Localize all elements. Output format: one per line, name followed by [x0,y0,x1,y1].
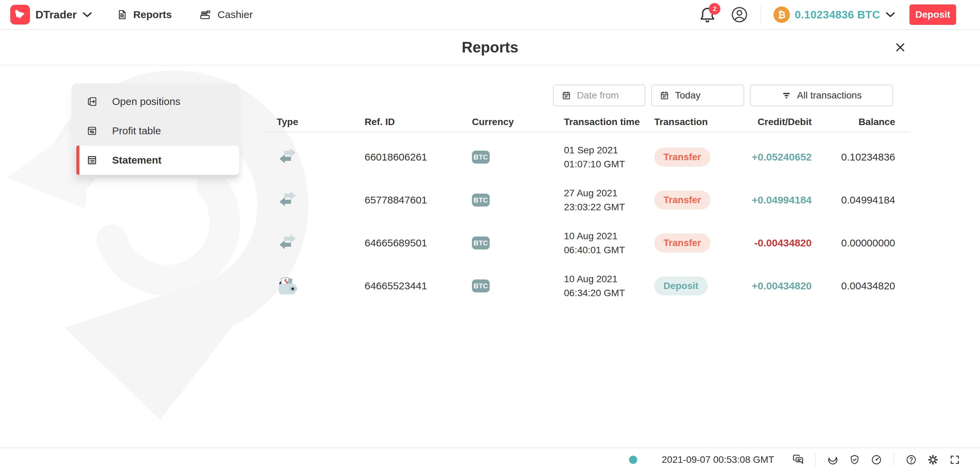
transaction-badge: Transfer [654,234,711,253]
sidebar-item-statement[interactable]: Statement [76,146,239,175]
reports-sidebar: Open positions Profit table [72,83,239,178]
settings-gear-icon[interactable] [927,453,939,466]
currency-badge: BTC [472,280,490,293]
balance: 0.00000000 [812,237,895,249]
deposit-button[interactable]: Deposit [910,5,956,25]
credit-debit: +0.04994184 [722,194,812,206]
transaction-clock: 01:07:10 GMT [564,157,654,171]
page-title: Reports [462,39,518,56]
transaction-time: 01 Sep 2021 01:07:10 GMT [564,143,654,171]
transaction-badge: Deposit [654,276,708,296]
fullscreen-icon[interactable] [949,453,961,466]
header-nav: Reports Cashier [116,8,253,21]
date-to-value: Today [675,90,701,101]
chevron-down-icon [82,11,92,18]
statement-table: Type Ref. ID Currency Transaction time T… [262,113,910,307]
calendar-icon [659,90,670,100]
credit-debit: +0.00434820 [722,280,812,292]
tab-label: Reports [133,9,172,21]
transaction-clock: 06:40:01 GMT [564,243,654,257]
sidebar-item-label: Statement [112,154,162,166]
currency-cell: BTC [472,280,564,293]
statement-filters: Date from Today [553,84,893,106]
transaction-time: 10 Aug 2021 06:40:01 GMT [564,229,654,257]
sidebar-item-open-positions[interactable]: Open positions [72,87,239,116]
table-row: 65778847601 BTC 27 Aug 2021 23:03:22 GMT… [262,178,910,221]
sidebar-item-label: Open positions [112,96,180,107]
column-header: Transaction [654,116,722,127]
table-header: Type Ref. ID Currency Transaction time T… [262,113,910,132]
help-icon[interactable] [905,453,917,466]
column-header: Transaction time [564,116,654,127]
type-cell [262,190,364,210]
account-settings-button[interactable] [730,6,748,24]
transaction-badge: Transfer [654,148,711,167]
bitcoin-icon: ₿ [773,6,790,23]
ref-id: 64665689501 [364,237,472,249]
performance-gauge-icon[interactable] [870,453,883,466]
currency-cell: BTC [472,237,564,250]
transaction-cell: Transfer [654,148,722,167]
balance: 0.10234836 [812,151,895,163]
transaction-cell: Transfer [654,191,722,210]
notifications-button[interactable]: 2 [698,5,718,24]
ref-id: 65778847601 [364,194,472,206]
reports-title-bar: Reports [0,30,980,65]
tab-label: Cashier [217,9,253,21]
chat-icon[interactable] [792,453,804,466]
cashier-icon [199,8,212,21]
transaction-date: 27 Aug 2021 [564,186,654,200]
status-bar-icons [792,453,961,466]
transaction-type-value: All transactions [797,90,862,101]
table-row: 66018606261 BTC 01 Sep 2021 01:07:10 GMT… [262,136,910,178]
credit-debit: -0.00434820 [722,237,812,249]
sidebar-item-profit-table[interactable]: Profit table [72,116,239,146]
currency-badge: BTC [472,237,490,250]
security-shield-icon[interactable] [848,453,861,466]
ref-id: 66018606261 [364,151,472,163]
transaction-date: 10 Aug 2021 [564,229,654,243]
reports-doc-icon [116,8,128,21]
transaction-time: 27 Aug 2021 23:03:22 GMT [564,186,654,214]
close-icon[interactable] [893,40,908,55]
transaction-cell: Deposit [654,276,722,296]
column-header: Credit/Debit [722,116,812,127]
notification-count-badge: 2 [709,3,720,15]
chevron-down-icon [885,11,896,18]
server-time: 2021-09-07 00:53:08 GMT [662,454,774,465]
filter-icon [781,90,792,100]
ref-id: 64665523441 [364,280,472,292]
transfer-icon [277,147,299,167]
currency-badge: BTC [472,151,490,164]
column-header: Ref. ID [364,116,472,127]
tab-reports[interactable]: Reports [116,8,172,21]
theme-toggle-moon-icon[interactable] [827,453,839,466]
brand-label: DTrader [35,8,77,21]
deriv-logo-icon [10,5,30,24]
statement-content: Open positions Profit table [0,65,980,447]
account-balance-switcher[interactable]: ₿ 0.10234836 BTC [773,6,896,23]
platform-switcher[interactable]: DTrader [0,5,92,24]
balance: 0.04994184 [812,194,895,206]
type-cell [262,233,364,253]
transfer-icon [277,190,299,210]
dtrader-app: DTrader Reports [0,0,980,471]
date-from-input[interactable]: Date from [553,84,645,106]
currency-cell: BTC [472,194,564,207]
transaction-type-filter[interactable]: All transactions [750,84,893,106]
status-bar: 2021-09-07 00:53:08 GMT [0,447,980,471]
transaction-badge: Transfer [654,191,711,210]
table-row: 64665689501 BTC 10 Aug 2021 06:40:01 GMT… [262,221,910,264]
calendar-icon [561,90,571,100]
balance: 0.00434820 [812,280,895,292]
profit-table-icon [87,126,97,136]
date-to-input[interactable]: Today [651,84,744,106]
top-bar: DTrader Reports [0,0,980,30]
transaction-cell: Transfer [654,234,722,253]
transaction-time: 10 Aug 2021 06:34:20 GMT [564,272,654,300]
divider [893,453,894,466]
divider [815,453,816,466]
table-body: 66018606261 BTC 01 Sep 2021 01:07:10 GMT… [262,132,910,307]
account-balance: 0.10234836 BTC [795,8,880,21]
tab-cashier[interactable]: Cashier [199,8,253,21]
